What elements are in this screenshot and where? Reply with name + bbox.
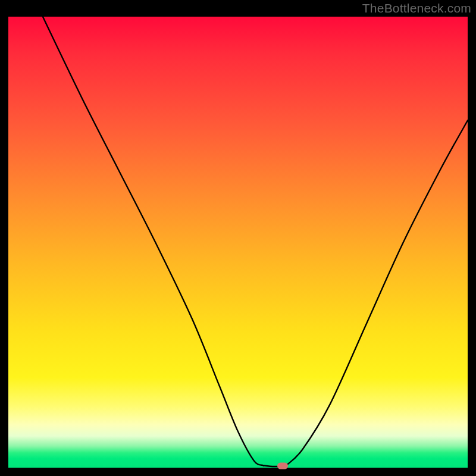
attribution-text: TheBottleneck.com [362, 1, 471, 15]
optimal-point-marker [277, 462, 288, 469]
plot-area [8, 17, 468, 468]
bottleneck-curve [8, 17, 468, 468]
chart-frame: TheBottleneck.com [0, 0, 476, 476]
